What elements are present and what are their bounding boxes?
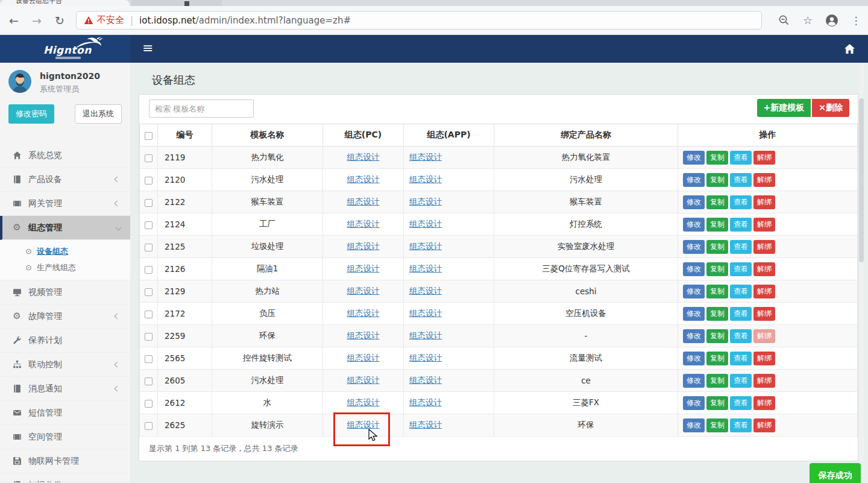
unbind-button[interactable]: 解绑: [753, 307, 775, 321]
submenu-item-device-config[interactable]: ⊙设备组态: [0, 243, 130, 259]
row-checkbox[interactable]: [145, 422, 153, 430]
sidebar-item-iot-card-management[interactable]: 物联网卡管理: [0, 449, 130, 473]
address-bar[interactable]: 不安全 | iot.idosp.net /admin/index.html?la…: [76, 11, 762, 30]
pc-config-link[interactable]: 组态设计: [347, 330, 380, 340]
forward-arrow-icon[interactable]: →: [28, 14, 46, 27]
copy-button[interactable]: 复制: [706, 396, 728, 410]
sidebar-item-sms-management[interactable]: 短信管理: [0, 401, 130, 425]
app-config-link[interactable]: 组态设计: [409, 152, 442, 162]
delete-button[interactable]: ×删除: [812, 99, 849, 117]
sidebar-item-video-management[interactable]: 视频管理: [0, 280, 130, 305]
pc-config-link[interactable]: 组态设计: [347, 241, 380, 251]
view-button[interactable]: 查看: [730, 285, 752, 298]
pc-config-link[interactable]: 组态设计: [347, 152, 380, 162]
view-button[interactable]: 查看: [730, 173, 752, 187]
sidebar-item-fault-management[interactable]: ⚙故障管理: [0, 305, 130, 329]
copy-button[interactable]: 复制: [706, 329, 728, 343]
view-button[interactable]: 查看: [730, 195, 752, 209]
app-config-link[interactable]: 组态设计: [409, 308, 442, 318]
view-button[interactable]: 查看: [730, 418, 752, 432]
copy-button[interactable]: 复制: [706, 240, 728, 254]
sidebar-item-gateway-management[interactable]: 网关管理: [0, 192, 130, 216]
home-icon[interactable]: [844, 44, 855, 54]
copy-button[interactable]: 复制: [706, 285, 728, 298]
app-config-link[interactable]: 组态设计: [409, 197, 442, 206]
sidebar-item-config-management[interactable]: ⚙组态管理: [0, 216, 130, 240]
pc-config-link[interactable]: 组态设计: [347, 375, 380, 385]
view-button[interactable]: 查看: [730, 352, 752, 365]
app-config-link[interactable]: 组态设计: [409, 219, 442, 229]
scrollbar-thumb[interactable]: [859, 98, 864, 262]
copy-button[interactable]: 复制: [706, 151, 728, 165]
hamburger-menu-icon[interactable]: ≡: [142, 35, 153, 63]
edit-button[interactable]: 修改: [683, 396, 705, 410]
view-button[interactable]: 查看: [730, 218, 752, 232]
pc-config-link[interactable]: 组态设计: [347, 286, 380, 295]
unbind-button[interactable]: 解绑: [753, 173, 775, 187]
pc-config-link[interactable]: 组态设计: [347, 308, 380, 318]
edit-button[interactable]: 修改: [683, 418, 705, 432]
unbind-button[interactable]: 解绑: [753, 262, 775, 276]
browser-tab-active[interactable]: 设备云组态平台: [0, 0, 130, 6]
copy-button[interactable]: 复制: [706, 352, 728, 365]
app-config-link[interactable]: 组态设计: [409, 286, 442, 295]
view-button[interactable]: 查看: [730, 396, 752, 410]
view-button[interactable]: 查看: [730, 151, 752, 165]
edit-button[interactable]: 修改: [683, 173, 705, 187]
row-checkbox[interactable]: [145, 311, 153, 318]
pc-config-link[interactable]: 组态设计: [347, 219, 380, 229]
new-template-button[interactable]: +新建模板: [757, 99, 811, 117]
unbind-button[interactable]: 解绑: [753, 195, 775, 209]
edit-button[interactable]: 修改: [683, 329, 705, 343]
sidebar-item-product-devices[interactable]: 产品设备: [0, 168, 130, 192]
row-checkbox[interactable]: [145, 333, 153, 341]
app-config-link[interactable]: 组态设计: [409, 264, 442, 273]
row-checkbox[interactable]: [145, 221, 153, 229]
back-arrow-icon[interactable]: ←: [5, 14, 23, 27]
unbind-button[interactable]: 解绑: [753, 352, 775, 365]
zoom-out-icon[interactable]: [772, 14, 796, 26]
copy-button[interactable]: 复制: [706, 173, 728, 187]
unbind-button[interactable]: 解绑: [753, 374, 775, 388]
row-checkbox[interactable]: [145, 266, 153, 274]
edit-button[interactable]: 修改: [683, 218, 705, 232]
app-config-link[interactable]: 组态设计: [409, 375, 442, 385]
edit-button[interactable]: 修改: [683, 262, 705, 276]
unbind-button[interactable]: 解绑: [753, 240, 775, 254]
copy-button[interactable]: 复制: [706, 418, 728, 432]
copy-button[interactable]: 复制: [706, 262, 728, 276]
edit-button[interactable]: 修改: [683, 352, 705, 365]
pc-config-link[interactable]: 组态设计: [347, 353, 380, 362]
sidebar-item-system-overview[interactable]: 系统总览: [0, 144, 130, 168]
select-all-checkbox[interactable]: [145, 132, 153, 140]
browser-tab-inactive[interactable]: [131, 0, 222, 6]
edit-button[interactable]: 修改: [683, 151, 705, 165]
profile-icon[interactable]: [820, 14, 844, 27]
unbind-button[interactable]: 解绑: [753, 396, 775, 410]
app-config-link[interactable]: 组态设计: [409, 174, 442, 184]
row-checkbox[interactable]: [145, 355, 153, 363]
row-checkbox[interactable]: [145, 154, 153, 162]
app-config-link[interactable]: 组态设计: [409, 397, 442, 407]
submenu-item-production-line-config[interactable]: ⊙生产线组态: [0, 259, 130, 276]
sidebar-item-knowledge-category[interactable]: 知识分类: [0, 473, 130, 482]
unbind-button[interactable]: 解绑: [753, 285, 775, 298]
bookmark-star-icon[interactable]: ☆: [796, 14, 820, 27]
row-checkbox[interactable]: [145, 288, 153, 296]
edit-button[interactable]: 修改: [683, 285, 705, 298]
view-button[interactable]: 查看: [730, 329, 752, 343]
copy-button[interactable]: 复制: [706, 218, 728, 232]
row-checkbox[interactable]: [145, 177, 153, 185]
sidebar-item-linkage-control[interactable]: 联动控制: [0, 353, 130, 377]
edit-button[interactable]: 修改: [683, 195, 705, 209]
pc-config-link[interactable]: 组态设计: [347, 264, 380, 273]
search-input[interactable]: [149, 99, 254, 118]
app-config-link[interactable]: 组态设计: [409, 330, 442, 340]
row-checkbox[interactable]: [145, 244, 153, 251]
unbind-button[interactable]: 解绑: [753, 151, 775, 165]
app-config-link[interactable]: 组态设计: [409, 353, 442, 362]
unbind-button[interactable]: 解绑: [753, 418, 775, 432]
view-button[interactable]: 查看: [730, 262, 752, 276]
sidebar-item-space-management[interactable]: 空间管理: [0, 425, 130, 449]
view-button[interactable]: 查看: [730, 240, 752, 254]
